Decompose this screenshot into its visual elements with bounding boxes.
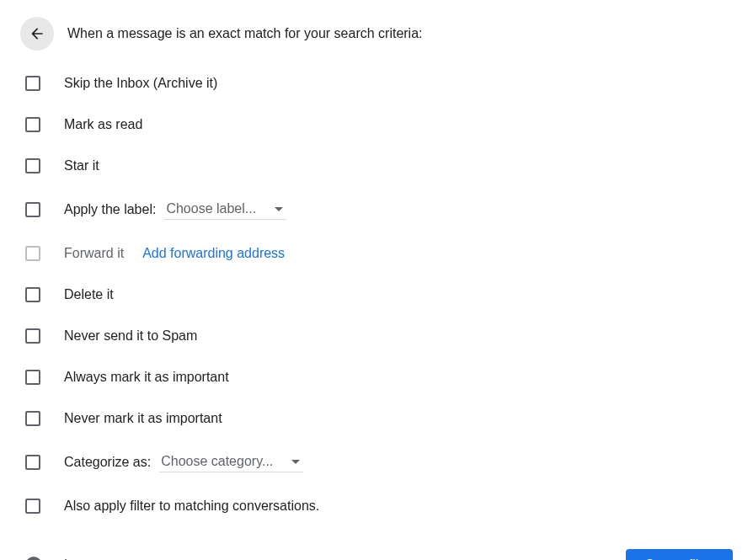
checkbox-forward-it (25, 246, 40, 261)
dropdown-choose-label-text: Choose label... (166, 201, 256, 216)
checkbox-mark-read[interactable] (25, 117, 40, 132)
label-skip-inbox: Skip the Inbox (Archive it) (64, 76, 217, 91)
option-always-important: Always mark it as important (25, 368, 733, 387)
label-forward-it: Forward it (64, 246, 124, 261)
checkbox-star-it[interactable] (25, 158, 40, 173)
checkbox-categorize-as[interactable] (25, 455, 40, 470)
option-mark-read: Mark as read (25, 115, 733, 134)
caret-down-icon (275, 207, 283, 211)
checkbox-skip-inbox[interactable] (25, 76, 40, 91)
option-skip-inbox: Skip the Inbox (Archive it) (25, 74, 733, 93)
footer: ? Learn more Create filter (25, 549, 733, 560)
back-button[interactable] (20, 17, 54, 51)
option-also-apply: Also apply filter to matching conversati… (25, 497, 733, 515)
header: When a message is an exact match for you… (20, 17, 733, 51)
arrow-left-icon (29, 25, 45, 42)
checkbox-also-apply[interactable] (25, 499, 40, 514)
option-apply-label: Apply the label: Choose label... (25, 198, 733, 221)
label-delete-it: Delete it (64, 287, 114, 302)
dropdown-choose-category-text: Choose category... (161, 454, 273, 469)
option-delete-it: Delete it (25, 285, 733, 304)
option-star-it: Star it (25, 157, 733, 175)
link-add-forwarding-address[interactable]: Add forwarding address (142, 246, 285, 261)
option-never-important: Never mark it as important (25, 409, 733, 428)
label-never-important: Never mark it as important (64, 411, 222, 426)
label-never-spam: Never send it to Spam (64, 328, 197, 344)
label-also-apply: Also apply filter to matching conversati… (64, 499, 319, 514)
help-icon[interactable]: ? (25, 557, 42, 560)
page-title: When a message is an exact match for you… (67, 26, 423, 41)
label-mark-read: Mark as read (64, 117, 142, 132)
create-filter-button[interactable]: Create filter (626, 549, 733, 560)
label-apply-label: Apply the label: (64, 202, 156, 217)
checkbox-never-important[interactable] (25, 411, 40, 426)
option-categorize-as: Categorize as: Choose category... (25, 451, 733, 474)
option-never-spam: Never send it to Spam (25, 327, 733, 345)
label-categorize-as: Categorize as: (64, 455, 151, 470)
dropdown-choose-category[interactable]: Choose category... (159, 452, 303, 472)
option-forward-it: Forward it Add forwarding address (25, 244, 733, 263)
checkbox-apply-label[interactable] (25, 202, 40, 217)
checkbox-delete-it[interactable] (25, 287, 40, 302)
label-star-it: Star it (64, 158, 99, 173)
checkbox-always-important[interactable] (25, 370, 40, 385)
dropdown-choose-label[interactable]: Choose label... (164, 200, 286, 220)
caret-down-icon (291, 460, 300, 464)
checkbox-never-spam[interactable] (25, 328, 40, 344)
label-always-important: Always mark it as important (64, 370, 229, 385)
